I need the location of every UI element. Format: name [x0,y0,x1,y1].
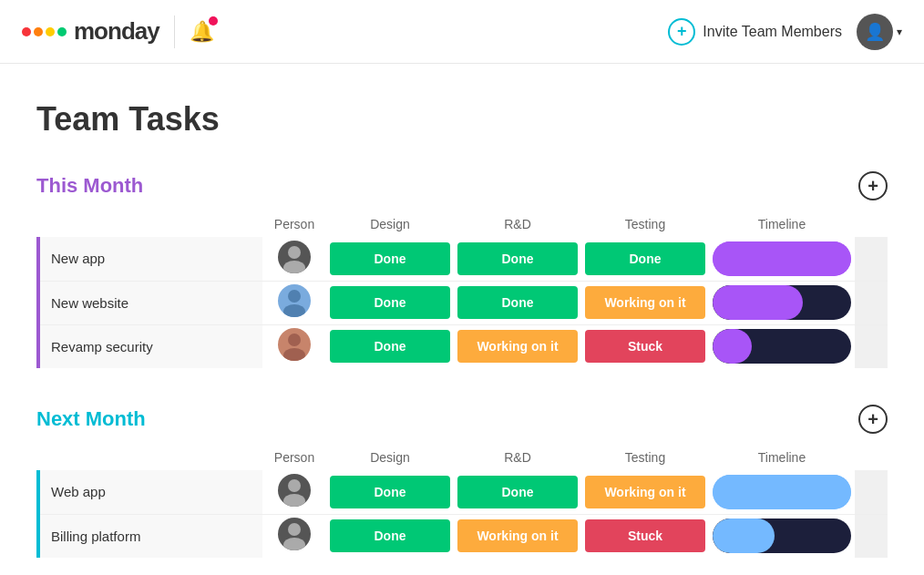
extra-col [855,324,888,368]
timeline-cell [709,470,855,514]
person-cell [262,237,326,281]
status-badge: Working on it [585,286,705,319]
status-badge: Done [457,476,578,508]
user-avatar-container[interactable]: 👤 ▾ [857,14,902,50]
timeline-fill [713,241,851,276]
status-badge: Done [330,242,450,275]
dot-orange [34,27,43,36]
dot-red [22,27,31,36]
testing-status: Working on it [581,470,709,514]
add-next-month-button[interactable]: + [858,405,888,434]
next-month-table: Person Design R&D Testing Timeline Web a… [36,445,888,558]
invite-icon: + [668,18,695,46]
timeline-bar [713,475,851,509]
rd-status: Working on it [454,324,581,368]
rd-status: Done [454,470,581,514]
table-row: Revamp security Done Working on it [38,324,888,368]
chevron-down-icon: ▾ [897,26,902,38]
col-extra [855,445,888,470]
timeline-fill [713,475,851,509]
svg-point-1 [283,261,305,273]
dot-yellow [46,27,55,36]
logo: monday [22,17,159,46]
avatar [278,328,311,361]
bell-badge [209,16,218,26]
col-design: Design [326,445,454,470]
avatar [278,518,311,550]
task-name-cell: Web app [38,470,262,514]
status-badge: Stuck [585,519,705,552]
avatar [278,284,311,317]
add-this-month-button[interactable]: + [858,171,888,200]
svg-point-9 [283,538,305,550]
testing-status: Stuck [581,514,709,558]
person-cell [262,514,326,558]
status-badge: Working on it [457,519,578,552]
timeline-cell [709,237,855,281]
extra-col [855,281,888,324]
extra-col [855,514,888,558]
task-name: New website [51,295,128,311]
avatar [278,241,311,273]
task-name-cell: Billing platform [38,514,262,558]
avatar [278,474,311,507]
design-status: Done [326,324,454,368]
testing-status: Stuck [581,324,709,368]
this-month-table: Person Design R&D Testing Timeline New a… [36,211,888,368]
design-status: Done [326,281,454,324]
person-cell [262,470,326,514]
status-badge: Working on it [585,476,705,508]
header-divider [174,15,175,48]
status-badge: Done [330,476,450,508]
status-badge: Done [457,286,578,319]
timeline-bar [713,519,851,553]
person-cell [262,281,326,324]
table-row: Billing platform Done Working on it [38,514,888,558]
this-month-title: This Month [36,174,143,198]
design-status: Done [326,237,454,281]
person-cell [262,324,326,368]
svg-point-8 [288,523,301,536]
svg-point-0 [288,246,301,259]
logo-dots [22,27,67,36]
col-timeline: Timeline [709,211,855,237]
task-name: Billing platform [51,529,140,544]
testing-status: Done [581,237,709,281]
status-badge: Working on it [457,330,578,363]
svg-point-5 [283,348,305,361]
next-month-header: Next Month + [36,405,888,434]
col-rd: R&D [454,211,581,237]
status-badge: Done [330,286,450,319]
col-rd: R&D [454,445,581,470]
this-month-header: This Month + [36,171,888,200]
task-name-cell: New app [38,237,262,281]
timeline-bar [713,241,851,276]
col-task-name [38,211,262,237]
timeline-bar [713,285,851,320]
header: monday 🔔 + Invite Team Members 👤 ▾ [0,0,924,64]
table-row: New app Done Done Done [38,237,888,281]
status-badge: Done [330,330,450,363]
timeline-bar [713,329,851,364]
dot-green [57,27,67,36]
task-name-cell: Revamp security [38,324,262,368]
task-name-cell: New website [38,281,262,324]
header-right: + Invite Team Members 👤 ▾ [668,14,902,50]
timeline-fill [713,285,803,320]
this-month-section: This Month + Person Design R&D Testing T… [36,171,888,368]
rd-status: Done [454,237,581,281]
col-testing: Testing [581,211,709,237]
next-month-section: Next Month + Person Design R&D Testing T… [36,405,888,558]
invite-label: Invite Team Members [703,24,842,40]
timeline-fill [713,519,775,553]
col-timeline: Timeline [709,445,855,470]
testing-status: Working on it [581,281,709,324]
col-person: Person [262,211,326,237]
timeline-fill [713,329,752,364]
logo-text: monday [74,17,159,46]
status-badge: Stuck [585,330,705,363]
col-extra [855,211,888,237]
status-badge: Done [457,242,578,275]
bell-icon[interactable]: 🔔 [190,20,214,44]
invite-team-button[interactable]: + Invite Team Members [668,18,842,46]
